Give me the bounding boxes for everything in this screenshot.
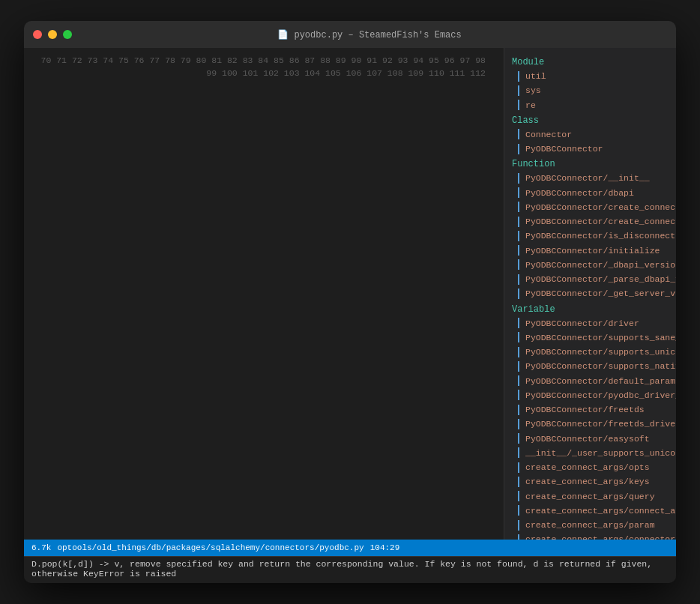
sidebar-item-fn-is-disconnect[interactable]: PyODBCConnector/is_disconnect: [504, 229, 676, 243]
sidebar-item-fn-init[interactable]: PyODBCConnector/__init__: [504, 171, 676, 185]
file-icon: 📄: [277, 30, 289, 40]
titlebar: 📄 pyodbc.py – SteamedFish's Emacs: [24, 21, 676, 48]
minimize-button[interactable]: [48, 30, 57, 39]
sidebar-section-module: Module: [504, 54, 676, 69]
sidebar-item-var-driver[interactable]: PyODBCConnector/driver: [504, 316, 676, 330]
minibuffer-text: D.pop(k[,d]) -> v, remove specified key …: [31, 559, 652, 579]
sidebar-item-var-sane-mul[interactable]: PyODBCConnector/supports_sane_mul: [504, 330, 676, 345]
code-content[interactable]: if ";" ∈ S(token): token = "'%s'" % toke…: [492, 48, 504, 540]
traffic-lights: [33, 30, 72, 39]
editor-pane[interactable]: 70 71 72 73 74 75 76 77 78 79 80 81 82 8…: [24, 48, 504, 540]
sidebar-section-class: Class: [504, 112, 676, 127]
sidebar-item-var-paramsty[interactable]: PyODBCConnector/default_paramsty(: [504, 374, 676, 388]
sidebar-item-var-query[interactable]: create_connect_args/query: [504, 489, 676, 504]
sidebar-item-var-easysoft[interactable]: PyODBCConnector/easysoft: [504, 432, 676, 446]
sidebar-item-fn-get-server[interactable]: PyODBCConnector/_get_server_vers: [504, 286, 676, 301]
sidebar-item-sys[interactable]: sys: [504, 83, 676, 97]
sidebar-item-var-native[interactable]: PyODBCConnector/supports_native_(: [504, 359, 676, 373]
sidebar: Module util sys re Class Connector PyODB…: [504, 48, 676, 540]
sidebar-item-util[interactable]: util: [504, 69, 676, 83]
sidebar-item-connector[interactable]: Connector: [504, 127, 676, 142]
sidebar-item-fn-parse-dbapi[interactable]: PyODBCConnector/_parse_dbapi_vers: [504, 272, 676, 286]
sidebar-item-pyodbcconnector[interactable]: PyODBCConnector: [504, 142, 676, 156]
sidebar-item-var-freetds[interactable]: PyODBCConnector/freetds: [504, 402, 676, 417]
sidebar-item-var-connect-args[interactable]: create_connect_args/connect_args: [504, 504, 676, 518]
sidebar-item-fn-initialize[interactable]: PyODBCConnector/initialize: [504, 244, 676, 258]
line-numbers: 70 71 72 73 74 75 76 77 78 79 80 81 82 8…: [24, 48, 492, 540]
sidebar-item-fn-dbapi[interactable]: PyODBCConnector/dbapi: [504, 186, 676, 200]
window-title: 📄 pyodbc.py – SteamedFish's Emacs: [72, 29, 667, 40]
file-size: 6.7k: [31, 543, 51, 552]
main-area: 70 71 72 73 74 75 76 77 78 79 80 81 82 8…: [24, 48, 676, 540]
minibuffer: D.pop(k[,d]) -> v, remove specified key …: [24, 556, 676, 583]
sidebar-item-re[interactable]: re: [504, 98, 676, 112]
close-button[interactable]: [33, 30, 42, 39]
sidebar-item-var-freetds-ver[interactable]: PyODBCConnector/freetds_driver_ve: [504, 417, 676, 431]
file-path: optools/old_things/db/packages/sqlalchem…: [57, 543, 363, 552]
code-area: 70 71 72 73 74 75 76 77 78 79 80 81 82 8…: [24, 48, 504, 540]
maximize-button[interactable]: [63, 30, 72, 39]
sidebar-item-var-param[interactable]: create_connect_args/param: [504, 518, 676, 532]
app-window: 📄 pyodbc.py – SteamedFish's Emacs 70 71 …: [24, 21, 676, 583]
sidebar-item-var-keys[interactable]: create_connect_args/keys: [504, 474, 676, 489]
sidebar-item-fn-dbapi-version[interactable]: PyODBCConnector/_dbapi_version: [504, 258, 676, 272]
sidebar-section-variable: Variable: [504, 301, 676, 316]
sidebar-item-var-opts[interactable]: create_connect_args/opts: [504, 460, 676, 474]
status-bar: 6.7k optools/old_things/db/packages/sqla…: [24, 540, 676, 556]
sidebar-item-var-user-unicode[interactable]: __init__/_user_supports_unicode_b: [504, 446, 676, 460]
cursor-position: 104:29: [370, 543, 400, 552]
sidebar-item-fn-check-quote[interactable]: PyODBCConnector/create_connect_args/chec…: [504, 214, 676, 229]
sidebar-item-var-connectors[interactable]: create_connect_args/connectors: [504, 532, 676, 540]
sidebar-item-var-driver-name[interactable]: PyODBCConnector/pyodbc_driver_na(: [504, 388, 676, 402]
sidebar-item-fn-create-connect[interactable]: PyODBCConnector/create_connect_ar: [504, 200, 676, 214]
sidebar-section-function: Function: [504, 156, 676, 171]
sidebar-item-var-unicode[interactable]: PyODBCConnector/supports_unicode_: [504, 345, 676, 359]
